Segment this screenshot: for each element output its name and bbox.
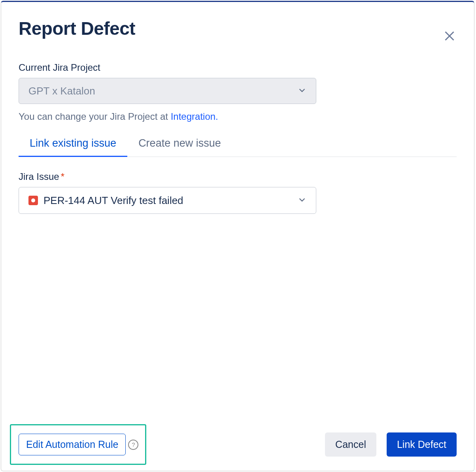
issue-value: PER-144 AUT Verify test failed bbox=[43, 194, 183, 207]
report-defect-modal: Report Defect Current Jira Project GPT x… bbox=[1, 1, 474, 471]
project-select: GPT x Katalon bbox=[19, 78, 316, 104]
integration-link[interactable]: Integration. bbox=[171, 111, 218, 122]
project-helper: You can change your Jira Project at Inte… bbox=[19, 111, 457, 122]
project-value: GPT x Katalon bbox=[28, 85, 95, 97]
modal-title: Report Defect bbox=[19, 18, 135, 39]
close-icon bbox=[442, 29, 457, 43]
select-content: PER-144 AUT Verify test failed bbox=[28, 194, 183, 207]
footer-left: Edit Automation Rule ? bbox=[19, 434, 138, 455]
chevron-down-icon bbox=[298, 195, 306, 206]
required-indicator: * bbox=[61, 171, 64, 182]
bug-icon bbox=[28, 196, 38, 205]
helper-text-prefix: You can change your Jira Project at bbox=[19, 111, 171, 122]
tabs: Link existing issue Create new issue bbox=[19, 132, 457, 157]
tab-link-existing[interactable]: Link existing issue bbox=[19, 132, 127, 157]
help-icon[interactable]: ? bbox=[128, 440, 138, 450]
close-button[interactable] bbox=[442, 29, 457, 43]
edit-automation-rule-button[interactable]: Edit Automation Rule bbox=[19, 434, 126, 455]
modal-header: Report Defect bbox=[19, 18, 457, 43]
footer-right: Cancel Link Defect bbox=[325, 432, 457, 457]
link-defect-button[interactable]: Link Defect bbox=[387, 432, 457, 457]
jira-issue-select[interactable]: PER-144 AUT Verify test failed bbox=[19, 187, 316, 214]
modal-footer: Edit Automation Rule ? Cancel Link Defec… bbox=[19, 432, 457, 457]
issue-label-text: Jira Issue bbox=[19, 171, 59, 182]
tab-create-new[interactable]: Create new issue bbox=[127, 132, 232, 157]
project-label: Current Jira Project bbox=[19, 62, 457, 73]
chevron-down-icon bbox=[298, 86, 306, 96]
cancel-button[interactable]: Cancel bbox=[325, 432, 376, 457]
issue-label: Jira Issue* bbox=[19, 171, 457, 182]
